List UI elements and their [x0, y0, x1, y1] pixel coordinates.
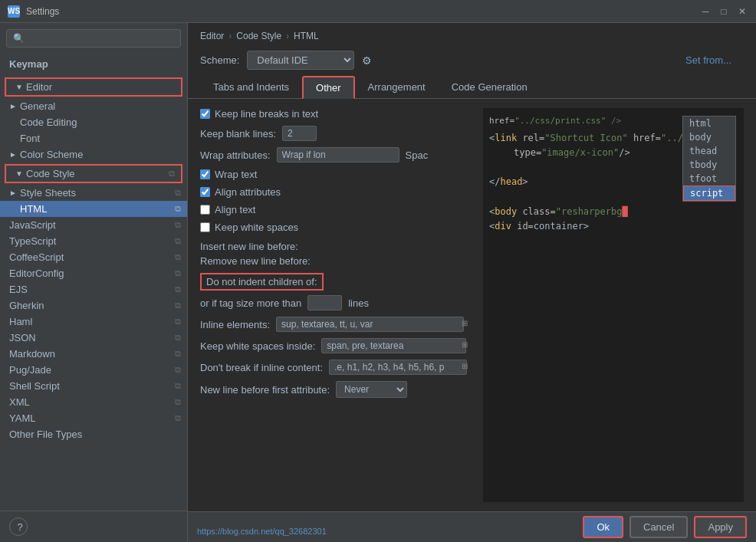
wrap-text-label[interactable]: Wrap text [200, 169, 257, 180]
app-icon: WS [8, 5, 20, 18]
keep-line-breaks-row: Keep line breaks in text [200, 108, 474, 120]
help-button[interactable]: ? [9, 517, 28, 536]
tab-tabs-and-indents[interactable]: Tabs and Indents [200, 76, 302, 99]
align-text-row: Align text [200, 204, 474, 215]
tab-arrangement[interactable]: Arrangement [355, 76, 439, 99]
tab-code-generation[interactable]: Code Generation [439, 76, 541, 99]
keep-white-spaces-text: Keep white spaces [215, 222, 298, 233]
keep-line-breaks-checkbox[interactable] [200, 109, 210, 119]
align-attributes-label[interactable]: Align attributes [200, 186, 281, 198]
close-button[interactable]: ✕ [736, 5, 748, 18]
keep-white-spaces-inside-input[interactable] [321, 338, 466, 353]
sidebar-item-coffeescript[interactable]: CoffeeScript ⧉ [0, 249, 187, 265]
inline-elements-input[interactable] [276, 317, 464, 332]
or-if-tag-size-row: or if tag size more than lines [200, 295, 474, 310]
sidebar-item-color-scheme[interactable]: ► Color Scheme [0, 146, 187, 163]
sidebar-item-label: Color Scheme [20, 149, 83, 160]
sidebar-item-xml[interactable]: XML ⧉ [0, 394, 187, 410]
sidebar-item-javascript[interactable]: JavaScript ⧉ [0, 217, 187, 233]
cancel-button[interactable]: Cancel [629, 516, 688, 538]
tab-other[interactable]: Other [302, 76, 355, 99]
scheme-select[interactable]: Default IDE Project [247, 51, 354, 70]
new-line-first-attr-select[interactable]: Never Always Multiline [336, 381, 407, 398]
sidebar-item-code-style[interactable]: ▼ Code Style ⧉ [6, 166, 181, 182]
sidebar-item-font[interactable]: Font [0, 130, 187, 146]
keep-white-spaces-inside-label: Keep white spaces inside: [200, 340, 315, 352]
sidebar-item-haml[interactable]: Haml ⧉ [0, 314, 187, 330]
search-icon: 🔍 [13, 33, 25, 44]
align-text-text: Align text [215, 204, 255, 215]
breadcrumb-sep1: › [228, 31, 232, 41]
lines-label: lines [348, 297, 369, 309]
keep-white-spaces-checkbox[interactable] [200, 222, 210, 232]
dropdown-item-html[interactable]: html [683, 117, 735, 130]
sidebar-item-gherkin[interactable]: Gherkin ⧉ [0, 297, 187, 314]
sidebar-item-editorconfig[interactable]: EditorConfig ⧉ [0, 265, 187, 281]
sidebar-item-typescript[interactable]: TypeScript ⧉ [0, 233, 187, 249]
wrap-attributes-label: Wrap attributes: [200, 149, 271, 161]
tag-size-input[interactable] [307, 295, 342, 310]
keymap-label: Keymap [0, 54, 187, 73]
dropdown-item-body[interactable]: body [683, 130, 735, 144]
wrap-text-checkbox[interactable] [200, 169, 210, 179]
copy-icon3: ⧉ [175, 204, 181, 214]
ok-button[interactable]: Ok [583, 516, 623, 538]
help-icon: ? [17, 521, 22, 533]
insert-new-line-label: Insert new line before: [200, 241, 298, 252]
dropdown-item-thead[interactable]: thead [683, 144, 735, 158]
window-title: Settings [26, 6, 59, 17]
align-text-label[interactable]: Align text [200, 204, 255, 215]
align-attributes-checkbox[interactable] [200, 187, 210, 197]
keep-blank-lines-input[interactable] [282, 126, 317, 141]
sidebar-item-label: Haml [9, 316, 32, 327]
inline-elements-row: Inline elements: ⊞ [200, 317, 474, 332]
sidebar-item-html[interactable]: HTML ⧉ [0, 201, 187, 217]
copy-icon10: ⧉ [175, 317, 181, 327]
keep-blank-lines-label: Keep blank lines: [200, 128, 276, 140]
keep-white-spaces-label[interactable]: Keep white spaces [200, 222, 298, 233]
copy-icon: ⧉ [169, 169, 175, 179]
dont-break-row: Don't break if inline content: ⊞ [200, 360, 474, 375]
apply-button[interactable]: Apply [694, 516, 747, 538]
sidebar-item-label: Code Editing [20, 117, 77, 128]
minimize-button[interactable]: ─ [699, 5, 712, 18]
sidebar-item-general[interactable]: ► General [0, 98, 187, 114]
scheme-gear-icon[interactable]: ⚙ [362, 54, 372, 67]
sidebar-item-editor[interactable]: ▼ Editor [6, 79, 181, 95]
bottom-link[interactable]: https://blog.csdn.net/qq_32682301 [197, 527, 327, 536]
sidebar-item-ejs[interactable]: EJS ⧉ [0, 281, 187, 297]
sidebar-item-pug-jade[interactable]: Pug/Jade ⧉ [0, 362, 187, 378]
sidebar-item-style-sheets[interactable]: ► Style Sheets ⧉ [0, 185, 187, 201]
align-text-checkbox[interactable] [200, 205, 210, 215]
or-if-tag-size-label: or if tag size more than [200, 297, 301, 309]
maximize-button[interactable]: □ [718, 5, 730, 18]
align-attributes-text: Align attributes [215, 186, 281, 198]
copy-icon13: ⧉ [175, 365, 181, 375]
search-box[interactable]: 🔍 [6, 29, 181, 48]
sidebar-item-label: Gherkin [9, 300, 44, 311]
sidebar-item-shell-script[interactable]: Shell Script ⧉ [0, 378, 187, 394]
insert-new-line-section: Insert new line before: [200, 241, 474, 252]
keep-white-spaces-row: Keep white spaces [200, 222, 474, 233]
sidebar-item-label: JavaScript [9, 219, 56, 231]
keep-line-breaks-text: Keep line breaks in text [215, 108, 318, 120]
sidebar-item-json[interactable]: JSON ⧉ [0, 330, 187, 346]
keep-line-breaks-label[interactable]: Keep line breaks in text [200, 108, 318, 120]
sidebar-item-code-editing[interactable]: Code Editing [0, 114, 187, 130]
settings-left-panel: Keep line breaks in text Keep blank line… [200, 108, 474, 502]
copy-icon8: ⧉ [175, 284, 181, 294]
dropdown-item-script[interactable]: script [683, 186, 735, 201]
sidebar-item-yaml[interactable]: YAML ⧉ [0, 410, 187, 426]
expand-icon3: ⊞ [462, 362, 468, 370]
dropdown-item-tfoot[interactable]: tfoot [683, 172, 735, 186]
wrap-attributes-input[interactable] [277, 147, 399, 163]
dropdown-item-tbody[interactable]: tbody [683, 158, 735, 172]
sidebar-item-markdown[interactable]: Markdown ⧉ [0, 346, 187, 362]
copy-icon12: ⧉ [175, 349, 181, 359]
dont-break-label: Don't break if inline content: [200, 362, 323, 373]
sidebar-item-other-file-types[interactable]: Other File Types [0, 426, 187, 442]
dont-break-input[interactable] [329, 360, 467, 375]
remove-new-line-section: Remove new line before: [200, 255, 474, 267]
search-input[interactable] [28, 33, 174, 44]
set-from-link[interactable]: Set from... [685, 54, 731, 66]
